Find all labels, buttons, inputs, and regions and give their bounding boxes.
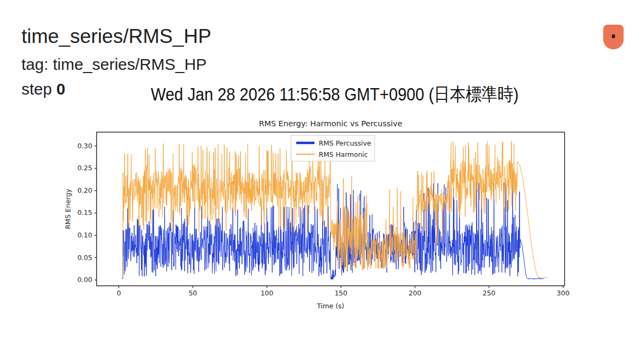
y-tick-label: 0.10 [77, 231, 92, 239]
y-tick-label: 0.20 [77, 186, 92, 194]
step-label: step [21, 80, 52, 98]
x-tick-label: 250 [482, 289, 495, 297]
rms-chart-svg: 0501001502002503000.000.050.100.150.200.… [56, 117, 588, 319]
step-value: 0 [56, 80, 65, 98]
x-tick-label: 300 [557, 289, 569, 297]
tag-label: tag: [21, 55, 48, 73]
x-tick-label: 150 [334, 289, 347, 297]
card-title: time_series/RMS_HP [21, 26, 211, 48]
card-step-line: step 0 [21, 80, 65, 98]
pin-button[interactable] [603, 25, 624, 49]
y-tick-label: 0.25 [77, 164, 92, 172]
x-tick-label: 50 [188, 289, 197, 297]
tag-value: time_series/RMS_HP [53, 55, 207, 73]
x-tick-label: 0 [116, 289, 121, 297]
timestamp: Wed Jan 28 2026 11:56:58 GMT+0900 (日本標準時… [151, 84, 518, 104]
chart-title: RMS Energy: Harmonic vs Percussive [259, 119, 402, 128]
pin-dot-icon [612, 34, 615, 38]
y-tick-label: 0.00 [77, 276, 92, 284]
legend-label: RMS Percussive [319, 139, 371, 147]
y-tick-label: 0.05 [77, 254, 92, 262]
x-tick-label: 200 [408, 289, 421, 297]
rms-chart-figure: 0501001502002503000.000.050.100.150.200.… [56, 117, 588, 319]
y-axis-label: RMS Energy [64, 189, 72, 229]
x-tick-label: 100 [260, 289, 273, 297]
legend-label: RMS Harmonic [319, 150, 368, 158]
y-tick-label: 0.30 [77, 142, 92, 150]
y-tick-label: 0.15 [77, 208, 92, 216]
card-tag-line: tag: time_series/RMS_HP [21, 55, 207, 73]
x-axis-label: Time (s) [317, 302, 345, 310]
